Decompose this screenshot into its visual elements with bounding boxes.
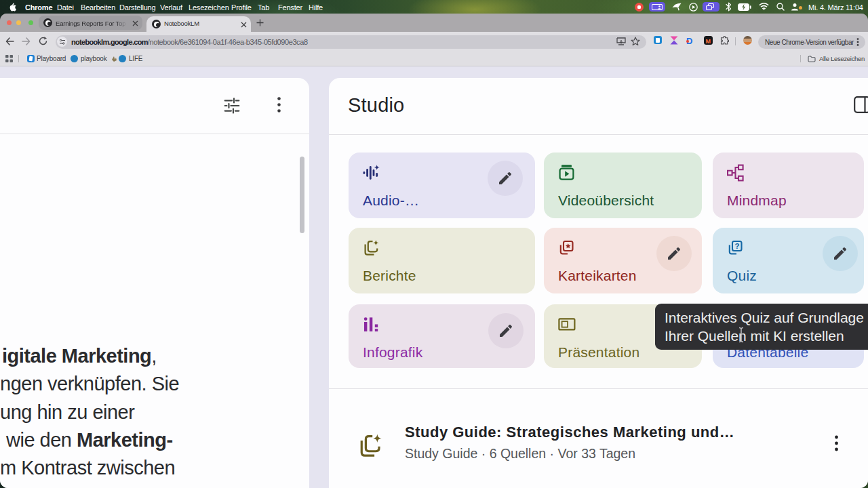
svg-text:?: ? [735,242,740,250]
